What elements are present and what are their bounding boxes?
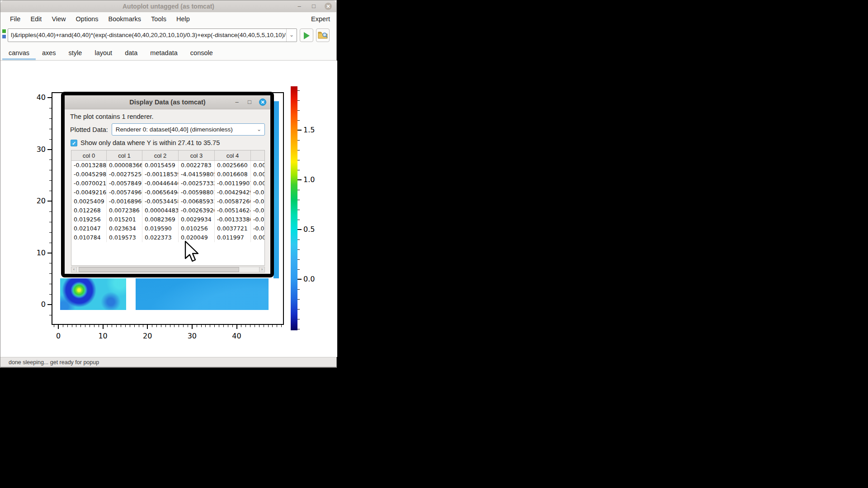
tick-mark — [152, 325, 152, 327]
tab-axes[interactable]: axes — [36, 46, 62, 60]
horizontal-scrollbar[interactable]: ‹ › — [71, 267, 265, 272]
table-cell: 0.000083662 — [107, 161, 142, 170]
table-cell: -0.0 — [251, 215, 265, 224]
table-row[interactable]: 0.0025409-0.00168966...-0.00534458...-0.… — [71, 197, 264, 206]
table-row[interactable]: -0.00700218...-0.00578497...-0.00446446.… — [71, 179, 264, 188]
tick-mark — [297, 319, 300, 319]
table-cell: 0.021047 — [71, 224, 107, 233]
tick-mark — [47, 97, 52, 98]
minimize-icon[interactable]: – — [296, 3, 303, 10]
folder-search-icon — [316, 29, 329, 42]
tab-console[interactable]: console — [184, 46, 219, 60]
tick-mark — [281, 325, 282, 327]
tick-mark — [297, 249, 300, 250]
menu-item-file[interactable]: File — [5, 15, 25, 23]
tick-mark — [236, 325, 237, 329]
uri-text: l)&ripples(40,40)+rand(40,40)*(exp(-dist… — [11, 29, 286, 42]
tick-mark — [49, 222, 52, 222]
go-button[interactable] — [300, 28, 313, 42]
tick-mark — [67, 325, 68, 327]
table-row[interactable]: -0.00452980...-0.00275250...-0.00118539.… — [71, 170, 264, 179]
scrollbar-thumb[interactable] — [79, 267, 239, 272]
dialog-inner: Display Data (as tomcat) – □ ✕ The plot … — [65, 95, 270, 274]
tick-mark — [72, 325, 72, 327]
dialog-titlebar[interactable]: Display Data (as tomcat) – □ ✕ — [65, 95, 270, 109]
uri-input[interactable]: l)&ripples(40,40)+rand(40,40)*(exp(-dist… — [8, 28, 297, 42]
menu-items: FileEditViewOptionsBookmarksToolsHelp — [0, 12, 336, 25]
maximize-icon[interactable]: □ — [310, 3, 317, 10]
menu-item-bookmarks[interactable]: Bookmarks — [104, 15, 146, 23]
dialog-close-icon[interactable]: ✕ — [259, 99, 266, 106]
tick-mark — [47, 253, 52, 253]
tick-mark — [49, 180, 52, 181]
table-row[interactable]: 0.0210470.0236340.0195900.0102560.003772… — [71, 224, 264, 233]
tick-mark — [112, 325, 112, 327]
tick-mark — [130, 325, 130, 327]
tab-metadata[interactable]: metadata — [144, 46, 184, 60]
table-cell: -0.00118539... — [142, 170, 179, 179]
tick-mark — [147, 325, 148, 329]
menu-item-edit[interactable]: Edit — [25, 15, 47, 23]
table-row[interactable]: 0.0192560.0152010.00823690.0029934-0.001… — [71, 215, 264, 224]
axis-tick-label: 20 — [28, 197, 46, 205]
menu-expert[interactable]: Expert — [311, 12, 330, 25]
tick-mark — [80, 325, 81, 327]
heatmap-stripe-right — [274, 101, 279, 278]
table-row[interactable]: -0.00492163...-0.00574966...-0.00656494.… — [71, 188, 264, 197]
menu-item-tools[interactable]: Tools — [146, 15, 171, 23]
tick-mark — [47, 304, 52, 305]
tab-style[interactable]: style — [62, 46, 89, 60]
table-row[interactable]: 0.0107840.0195730.0223730.0200490.011997… — [71, 233, 264, 242]
axis-tick-label: 10 — [94, 332, 112, 340]
tick-mark — [297, 289, 300, 290]
scrollbar-track[interactable] — [77, 267, 259, 272]
menu-item-view[interactable]: View — [47, 15, 71, 23]
table-cell: -0.00574966... — [107, 188, 142, 197]
renderer-select-value: Renderer 0: dataset[40,40] (dimensionles… — [116, 124, 233, 135]
tick-mark — [297, 150, 300, 150]
browse-button[interactable] — [316, 28, 330, 42]
tick-mark — [297, 329, 300, 329]
tick-mark — [85, 325, 85, 327]
chevron-down-icon[interactable]: ⌄ — [286, 29, 297, 42]
chevron-down-icon: ⌄ — [257, 124, 261, 135]
dialog-maximize-icon[interactable]: □ — [246, 99, 253, 106]
tick-mark — [297, 190, 300, 190]
window-titlebar[interactable]: Autoplot untagged (as tomcat) – □ ✕ — [0, 0, 336, 13]
table-row[interactable]: -0.00132880...0.0000836620.00154590.0022… — [71, 161, 264, 170]
dialog-minimize-icon[interactable]: – — [233, 99, 241, 106]
close-icon[interactable]: ✕ — [325, 3, 332, 10]
table-header-cell: col 1 — [107, 150, 142, 161]
tick-mark — [49, 118, 52, 119]
tick-mark — [255, 325, 255, 327]
table-cell: 0.012268 — [71, 206, 107, 215]
scroll-right-icon[interactable]: › — [259, 267, 265, 272]
colorbar — [291, 86, 297, 330]
menu-item-options[interactable]: Options — [71, 15, 104, 23]
table-cell: -0.00700218... — [71, 179, 107, 188]
tick-mark — [99, 325, 99, 327]
table-body: -0.00132880...0.0000836620.00154590.0022… — [71, 161, 264, 242]
tick-mark — [94, 325, 94, 327]
table-cell: -0.00685931... — [179, 197, 215, 206]
filter-checkbox[interactable]: ✓ — [71, 140, 77, 146]
scroll-left-icon[interactable]: ‹ — [71, 267, 77, 272]
tick-mark — [49, 139, 52, 140]
menu-item-help[interactable]: Help — [171, 15, 195, 23]
tab-canvas[interactable]: canvas — [2, 46, 36, 60]
table-row[interactable]: 0.0122680.00723860.000044839-0.00263926.… — [71, 206, 264, 215]
tick-mark — [259, 325, 259, 327]
axis-tick-label: 20 — [138, 332, 156, 340]
tick-mark — [297, 220, 300, 220]
plot-canvas[interactable]: 0102030400102030401.51.00.50.0 Display D… — [0, 61, 337, 357]
tick-mark — [49, 315, 52, 315]
tick-mark — [297, 309, 300, 310]
tab-data[interactable]: data — [118, 46, 144, 60]
tab-layout[interactable]: layout — [88, 46, 118, 60]
table-cell: 0.0025660 — [215, 161, 251, 170]
tick-mark — [47, 149, 52, 150]
renderer-select[interactable]: Renderer 0: dataset[40,40] (dimensionles… — [112, 123, 265, 136]
tick-mark — [297, 259, 300, 260]
tick-mark — [116, 325, 117, 327]
tick-mark — [297, 179, 302, 180]
